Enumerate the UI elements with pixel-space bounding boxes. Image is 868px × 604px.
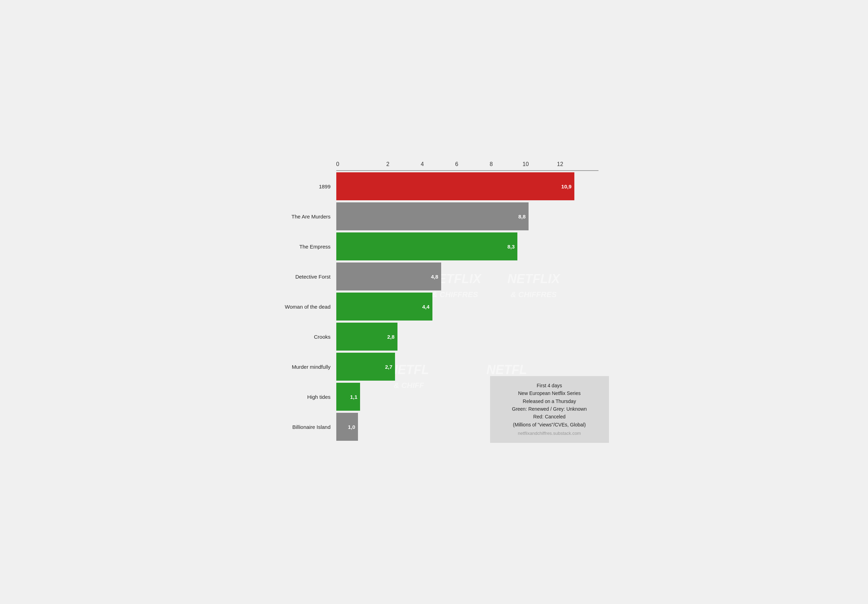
bar-track: 8,3 (336, 232, 598, 260)
bar-label: High tides (267, 394, 336, 400)
bar-fill: 4,4 (336, 293, 432, 321)
axis-label-2: 2 (370, 161, 405, 167)
bar-value-label: 1,1 (350, 394, 360, 400)
bar-value-label: 2,8 (388, 334, 397, 340)
bar-value-label: 1,0 (348, 424, 358, 430)
legend-line6: (Millions of "views"/CVEs, Global) (497, 421, 602, 429)
bar-label: Crooks (267, 334, 336, 340)
axis-label-4: 4 (405, 161, 440, 167)
bar-label: Woman of the dead (267, 304, 336, 310)
bar-label: The Empress (267, 244, 336, 249)
bar-label: Murder mindfully (267, 364, 336, 370)
bar-value-label: 2,7 (385, 364, 395, 370)
bar-label: 1899 (267, 184, 336, 189)
bar-track: 4,8 (336, 263, 598, 290)
bar-row: The Empress8,3 (267, 232, 598, 260)
axis-line (336, 170, 598, 171)
bar-row: Woman of the dead4,4 (267, 293, 598, 321)
bar-track: 2,8 (336, 323, 598, 351)
bar-track: 4,4 (336, 293, 598, 321)
axis-top: 0 2 4 6 8 10 12 (336, 161, 598, 167)
bar-row: 189910,9 (267, 172, 598, 200)
bar-track: 8,8 (336, 202, 598, 230)
bar-row: Detective Forst4,8 (267, 263, 598, 290)
bar-track: 10,9 (336, 172, 598, 200)
bar-fill: 1,1 (336, 383, 360, 411)
axis-label-12: 12 (543, 161, 578, 167)
axis-label-10: 10 (508, 161, 543, 167)
bar-fill: 10,9 (336, 172, 574, 200)
bar-value-label: 8,8 (518, 214, 529, 220)
bar-fill: 1,0 (336, 413, 358, 441)
bar-fill: 4,8 (336, 263, 441, 290)
bar-label: The Are Murders (267, 214, 336, 220)
bar-value-label: 4,4 (422, 304, 432, 310)
chart-container: 0 2 4 6 8 10 12 NETFLIX& CHIFFRES NETFLI… (259, 151, 609, 453)
bar-fill: 8,8 (336, 202, 529, 230)
bar-row: Crooks2,8 (267, 323, 598, 351)
bar-row: The Are Murders8,8 (267, 202, 598, 230)
legend-box: First 4 days New European Netflix Series… (490, 376, 609, 443)
legend-line3: Released on a Thursday (497, 397, 602, 405)
legend-line4: Green: Renewed / Grey: Unknown (497, 405, 602, 413)
axis-label-0: 0 (336, 161, 371, 167)
bar-fill: 2,8 (336, 323, 397, 351)
bar-fill: 8,3 (336, 232, 518, 260)
bar-label: Billionaire Island (267, 424, 336, 430)
legend-line5: Red: Canceled (497, 413, 602, 420)
axis-label-8: 8 (474, 161, 508, 167)
bar-value-label: 10,9 (561, 184, 574, 189)
legend-line1: First 4 days (497, 382, 602, 389)
bar-value-label: 8,3 (507, 244, 518, 249)
bar-value-label: 4,8 (431, 274, 441, 280)
bar-fill: 2,7 (336, 353, 395, 381)
legend-site: netflixandchiffres.substack.com (497, 430, 602, 437)
bar-label: Detective Forst (267, 274, 336, 280)
axis-label-6: 6 (439, 161, 474, 167)
legend-line2: New European Netflix Series (497, 389, 602, 397)
